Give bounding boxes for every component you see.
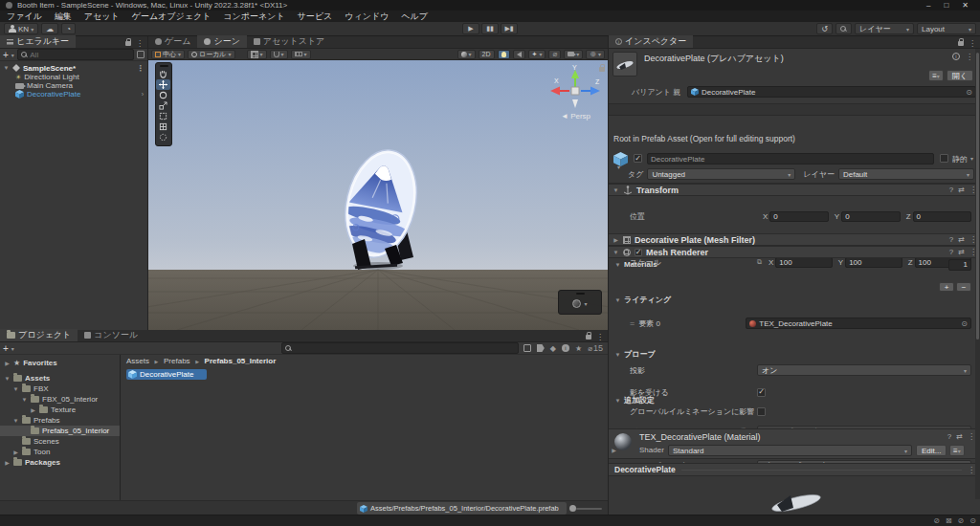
- undo-history-button[interactable]: ↺: [816, 23, 833, 34]
- 2d-toggle[interactable]: 2D: [479, 50, 495, 59]
- hierarchy-search-field[interactable]: [17, 49, 134, 60]
- move-tool-button[interactable]: [156, 79, 170, 90]
- tree-texture[interactable]: ▶Texture: [0, 405, 120, 415]
- tree-favorites[interactable]: ▶★Favorites: [0, 358, 120, 368]
- asset-info-icon[interactable]: i: [562, 344, 569, 352]
- cloud-button[interactable]: ☁: [41, 23, 58, 34]
- drag-handle-icon[interactable]: =: [630, 318, 635, 328]
- lock-icon[interactable]: [958, 41, 964, 46]
- favorites-star-icon[interactable]: ★: [575, 344, 582, 353]
- hierarchy-item-main-camera[interactable]: Main Camera: [0, 81, 147, 90]
- open-prefab-button[interactable]: 開く: [947, 70, 973, 81]
- camera-preview-icon[interactable]: [572, 299, 581, 308]
- effects-dropdown[interactable]: ✦▾: [528, 50, 546, 59]
- kebab-menu-icon[interactable]: ⋮: [596, 333, 604, 341]
- kebab-menu-icon[interactable]: ⋮: [136, 39, 144, 48]
- pivot-dropdown[interactable]: 中心▾: [151, 50, 185, 59]
- mesh-filter-header[interactable]: ▶ Decorative Plate (Mesh Filter) ?⇄⋮: [609, 233, 980, 246]
- scale-tool-button[interactable]: [156, 100, 170, 111]
- position-x-field[interactable]: 0: [769, 211, 828, 222]
- lock-icon[interactable]: [125, 41, 131, 46]
- help-icon[interactable]: ?: [949, 186, 953, 194]
- foldout-icon[interactable]: ▶: [612, 236, 619, 243]
- presets-icon[interactable]: ⇄: [958, 248, 965, 256]
- project-search-field[interactable]: [281, 342, 519, 354]
- refresh-muted-icon[interactable]: ⊘: [958, 516, 965, 525]
- help-icon[interactable]: ?: [949, 235, 953, 244]
- hierarchy-item-directional-light[interactable]: ☀ Directional Light: [0, 73, 147, 81]
- camera-overlay-caret-icon[interactable]: ▾: [584, 300, 587, 307]
- menu-window[interactable]: ウィンドウ: [345, 11, 389, 23]
- position-z-field[interactable]: 0: [913, 211, 971, 222]
- scrollbar-thumb[interactable]: [976, 53, 979, 340]
- variant-parent-field[interactable]: DecorativePlate ⊙: [687, 86, 976, 98]
- search-by-type-icon[interactable]: [523, 344, 531, 352]
- additional-settings-foldout[interactable]: ▼追加設定: [609, 395, 980, 405]
- tree-prefabs-05-interior[interactable]: ▶Prefabs_05_Interior: [0, 426, 120, 436]
- thumbnail-size-slider[interactable]: [569, 505, 602, 512]
- presets-icon[interactable]: ⇄: [958, 235, 965, 244]
- console-muted-icon[interactable]: ⊘: [933, 516, 940, 525]
- layer-dropdown[interactable]: Default▾: [838, 168, 974, 180]
- search-button[interactable]: [835, 23, 852, 34]
- prefab-open-chevron-icon[interactable]: ›: [142, 91, 147, 98]
- gameobject-icon-caret[interactable]: ▾: [617, 164, 620, 170]
- gizmo-lock-icon[interactable]: [599, 67, 605, 72]
- slider-knob[interactable]: [569, 505, 576, 512]
- help-icon[interactable]: ?: [949, 248, 953, 256]
- search-window-icon[interactable]: [137, 51, 145, 58]
- snap-increment-dropdown[interactable]: ▾: [270, 50, 288, 59]
- presets-icon[interactable]: ⇄: [956, 432, 963, 441]
- hierarchy-search-input[interactable]: [30, 51, 130, 59]
- shading-mode-dropdown[interactable]: ▾: [457, 50, 476, 59]
- custom-tool-button[interactable]: [156, 132, 170, 142]
- tree-fbx[interactable]: ▼FBX: [0, 384, 120, 394]
- close-button[interactable]: ✕: [962, 1, 969, 10]
- scene-viewport[interactable]: X Y Z ◄ Persp ▾: [148, 60, 608, 330]
- menu-component[interactable]: コンポーネント: [223, 11, 284, 23]
- kebab-menu-icon[interactable]: ⋮: [969, 39, 976, 48]
- tag-dropdown[interactable]: Untagged▾: [647, 168, 795, 180]
- create-button[interactable]: +: [3, 343, 9, 354]
- shader-dropdown[interactable]: Standard▾: [668, 445, 912, 456]
- kebab-menu-icon[interactable]: ⋮: [968, 466, 975, 474]
- services-button[interactable]: ◔: [61, 23, 76, 34]
- create-button[interactable]: +: [3, 50, 9, 60]
- overlay-handle[interactable]: [576, 293, 585, 295]
- presets-icon[interactable]: ⇄: [958, 186, 965, 194]
- overlay-handle[interactable]: [160, 65, 168, 67]
- tree-assets[interactable]: ▼Assets: [0, 373, 120, 384]
- tree-packages[interactable]: ▶Packages: [0, 457, 120, 468]
- element-0-material-field[interactable]: TEX_DecorativePlate ⊙: [746, 318, 971, 329]
- help-icon[interactable]: i: [952, 53, 960, 60]
- menu-edit[interactable]: 編集: [55, 11, 72, 23]
- probes-foldout[interactable]: ▼プローブ: [609, 349, 980, 360]
- object-picker-icon[interactable]: ⊙: [966, 88, 972, 97]
- search-by-label-icon[interactable]: [537, 344, 545, 352]
- add-material-button[interactable]: +: [939, 282, 954, 292]
- tab-scene[interactable]: シーン: [197, 35, 246, 48]
- breadcrumb-prefabs[interactable]: Prefabs: [164, 357, 190, 365]
- hierarchy-tab[interactable]: ヒエラルキー: [0, 35, 76, 48]
- view-tool-button[interactable]: [156, 69, 170, 79]
- tree-scenes[interactable]: ▶Scenes: [0, 436, 120, 447]
- create-caret-icon[interactable]: ▾: [11, 52, 14, 58]
- mesh-renderer-enabled-checkbox[interactable]: ✓: [635, 249, 642, 256]
- project-tab[interactable]: プロジェクト: [0, 329, 78, 341]
- transform-tool-button[interactable]: [156, 121, 170, 132]
- console-tab[interactable]: コンソール: [78, 329, 145, 341]
- menu-help[interactable]: ヘルプ: [401, 11, 428, 23]
- tree-fbx-05-interior[interactable]: ▼FBX_05_Interior: [0, 394, 120, 405]
- gizmos-dropdown[interactable]: ⊕▾: [586, 50, 605, 59]
- remove-material-button[interactable]: −: [956, 282, 971, 292]
- handle-rotation-dropdown[interactable]: ローカル▾: [188, 50, 235, 59]
- lighting-toggle[interactable]: [498, 50, 510, 59]
- static-checkbox[interactable]: [940, 154, 948, 163]
- minimize-button[interactable]: –: [926, 1, 930, 10]
- tab-game[interactable]: ゲーム: [148, 35, 197, 48]
- progress-check-icon[interactable]: ⊙: [969, 516, 976, 525]
- pause-button[interactable]: ▮▮: [481, 23, 499, 34]
- breadcrumb-assets[interactable]: Assets: [126, 357, 149, 365]
- hierarchy-scene-row[interactable]: ▼ SampleScene* ⋮: [0, 63, 147, 73]
- collab-muted-icon[interactable]: ⊠: [946, 516, 952, 525]
